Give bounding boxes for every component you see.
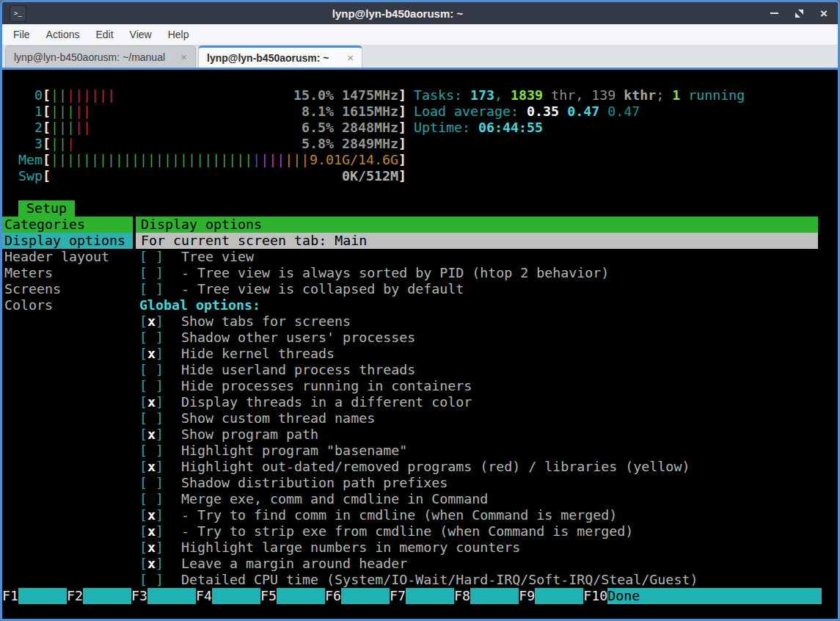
checkbox[interactable]: [x] xyxy=(139,313,164,330)
tab-bar: lynp@lyn-b450aorusm: ~/manual×lynp@lyn-b… xyxy=(2,46,838,70)
meter-bar-segment: || xyxy=(51,136,67,151)
option-row-highlight-large-numbers-in-memory-counters[interactable]: [x]Highlight large numbers in memory cou… xyxy=(136,540,818,556)
minimize-button[interactable] xyxy=(769,8,779,18)
fkey-f10[interactable]: F10 xyxy=(583,588,607,604)
checkbox-mark: x xyxy=(147,394,156,410)
checkbox[interactable]: [ ] xyxy=(139,362,164,378)
category-colors[interactable]: Colors xyxy=(2,297,133,313)
checkbox[interactable]: [x] xyxy=(139,394,164,410)
option-label: Merge exe, comm and cmdline in Command xyxy=(181,491,488,507)
option-row-merge-exe-comm-and-cmdline-in-command[interactable]: [ ]Merge exe, comm and cmdline in Comman… xyxy=(136,491,818,507)
option-row-show-program-path[interactable]: [x]Show program path xyxy=(136,426,818,443)
fkey-f6-action[interactable] xyxy=(341,588,390,604)
option-label: Highlight program "basename" xyxy=(181,443,407,459)
option-row-highlight-program-basename[interactable]: [ ]Highlight program "basename" xyxy=(136,443,818,459)
fkey-f8-action[interactable] xyxy=(470,588,519,604)
checkbox[interactable]: [ ] xyxy=(139,491,164,507)
option-row-hide-kernel-threads[interactable]: [x]Hide kernel threads xyxy=(136,346,818,362)
fkey-f9-action[interactable] xyxy=(535,588,583,604)
checkbox-mark: x xyxy=(147,426,156,442)
checkbox[interactable]: [ ] xyxy=(139,330,164,346)
menu-item-edit[interactable]: Edit xyxy=(87,29,121,40)
option-row-try-to-strip-exe-from-cmdline-when-command-is-merged[interactable]: [x]- Try to strip exe from cmdline (when… xyxy=(136,523,818,540)
option-label: Detailed CPU time (System/IO-Wait/Hard-I… xyxy=(181,572,698,588)
option-label: - Tree view is always sorted by PID (hto… xyxy=(181,265,609,281)
checkbox[interactable]: [x] xyxy=(139,426,164,443)
menu-item-help[interactable]: Help xyxy=(160,29,197,40)
fkey-f1[interactable]: F1 xyxy=(2,588,18,604)
checkbox[interactable]: [ ] xyxy=(139,475,164,491)
fkey-f5[interactable]: F5 xyxy=(260,588,277,604)
option-row-show-tabs-for-screens[interactable]: [x]Show tabs for screens xyxy=(136,313,818,330)
close-button[interactable]: × xyxy=(819,8,829,18)
fkey-f4[interactable]: F4 xyxy=(196,588,212,604)
terminal-tab-1[interactable]: lynp@lyn-b450aorusm: ~/manual× xyxy=(5,46,196,68)
fkey-f2[interactable]: F2 xyxy=(67,588,83,604)
option-row-leave-a-margin-around-header[interactable]: [x]Leave a margin around header xyxy=(136,556,818,572)
option-row-highlight-out-dated-removed-programs-red-libraries-yellow[interactable]: [x]Highlight out-dated/removed programs … xyxy=(136,459,818,475)
meter-label: 1 xyxy=(18,104,43,120)
checkbox[interactable]: [x] xyxy=(139,507,164,523)
fkey-f1-action[interactable] xyxy=(18,588,67,604)
option-row-hide-userland-process-threads[interactable]: [ ]Hide userland process threads xyxy=(136,362,818,378)
close-icon: × xyxy=(820,7,828,20)
option-row-tree-view-is-collapsed-by-default[interactable]: [ ]- Tree view is collapsed by default xyxy=(136,281,818,297)
option-row-tree-view[interactable]: [ ]Tree view xyxy=(136,249,818,265)
option-row-hide-processes-running-in-containers[interactable]: [ ]Hide processes running in containers xyxy=(136,378,818,394)
category-meters[interactable]: Meters xyxy=(2,265,133,281)
menu-item-view[interactable]: View xyxy=(122,29,160,40)
option-row-shadow-distribution-path-prefixes[interactable]: [ ]Shadow distribution path prefixes xyxy=(136,475,818,491)
meter-bar-segment: | xyxy=(67,136,75,151)
checkbox[interactable]: [ ] xyxy=(139,572,164,588)
window-titlebar[interactable]: >_ lynp@lyn-b450aorusm: ~ × xyxy=(2,2,838,24)
category-header-layout[interactable]: Header layout xyxy=(2,249,133,265)
checkbox-mark: x xyxy=(147,459,156,474)
option-label: Show tabs for screens xyxy=(181,313,351,330)
checkbox[interactable]: [x] xyxy=(139,540,164,556)
checkbox[interactable]: [x] xyxy=(139,523,164,540)
menu-item-actions[interactable]: Actions xyxy=(38,29,88,40)
option-label: - Try to strip exe from cmdline (when Co… xyxy=(181,523,633,540)
terminal-tab-2[interactable]: lynp@lyn-b450aorusm: ~× xyxy=(198,46,362,68)
checkbox-mark: x xyxy=(147,523,156,539)
fkey-f2-action[interactable] xyxy=(83,588,131,604)
option-row-try-to-find-comm-in-cmdline-when-command-is-merged[interactable]: [x]- Try to find comm in cmdline (when C… xyxy=(136,507,818,523)
fkey-f8[interactable]: F8 xyxy=(454,588,470,604)
option-row-tree-view-is-always-sorted-by-pid-htop-2-behavior[interactable]: [ ]- Tree view is always sorted by PID (… xyxy=(136,265,818,281)
meter-label: 0 xyxy=(18,87,43,104)
option-row-display-threads-in-a-different-color[interactable]: [x]Display threads in a different color xyxy=(136,394,818,410)
checkbox[interactable]: [ ] xyxy=(139,378,164,394)
category-screens[interactable]: Screens xyxy=(2,281,133,297)
checkbox[interactable]: [x] xyxy=(139,556,164,572)
checkbox[interactable]: [ ] xyxy=(139,265,164,281)
fkey-f9[interactable]: F9 xyxy=(519,588,535,604)
fkey-f5-action[interactable] xyxy=(277,588,325,604)
checkbox[interactable]: [ ] xyxy=(139,410,164,426)
categories-header: Categories xyxy=(2,217,133,233)
checkbox[interactable]: [x] xyxy=(139,346,164,362)
info-load: Load average: 0.35 0.47 0.47 xyxy=(414,104,640,120)
fkey-f4-action[interactable] xyxy=(212,588,260,604)
fkey-f7-action[interactable] xyxy=(406,588,454,604)
tab-close-icon[interactable]: × xyxy=(347,51,354,64)
option-row-detailed-cpu-time-system-io-wait-hard-irq-soft-irq-steal-guest[interactable]: [ ]Detailed CPU time (System/IO-Wait/Har… xyxy=(136,572,818,588)
checkbox-mark xyxy=(147,249,156,264)
fkey-f10-action[interactable]: Done xyxy=(607,588,822,604)
fkey-f7[interactable]: F7 xyxy=(390,588,406,604)
fkey-f3[interactable]: F3 xyxy=(131,588,147,604)
fkey-f6[interactable]: F6 xyxy=(325,588,341,604)
restore-button[interactable] xyxy=(794,8,804,18)
option-row-shadow-other-users-processes[interactable]: [ ]Shadow other users' processes xyxy=(136,330,818,346)
checkbox-mark xyxy=(147,378,156,393)
category-display-options[interactable]: Display options xyxy=(2,233,133,249)
fkey-f3-action[interactable] xyxy=(147,588,196,604)
menu-item-file[interactable]: File xyxy=(5,29,38,40)
tab-close-icon[interactable]: × xyxy=(180,51,187,63)
checkbox[interactable]: [x] xyxy=(139,459,164,475)
option-label: Highlight large numbers in memory counte… xyxy=(181,540,520,556)
checkbox[interactable]: [ ] xyxy=(139,443,164,459)
checkbox[interactable]: [ ] xyxy=(139,249,164,265)
terminal-screen[interactable]: 0[||||||||15.0% 1475MHz]1[|||||8.1% 1615… xyxy=(2,70,838,619)
option-row-show-custom-thread-names[interactable]: [ ]Show custom thread names xyxy=(136,410,818,426)
checkbox[interactable]: [ ] xyxy=(139,281,164,297)
